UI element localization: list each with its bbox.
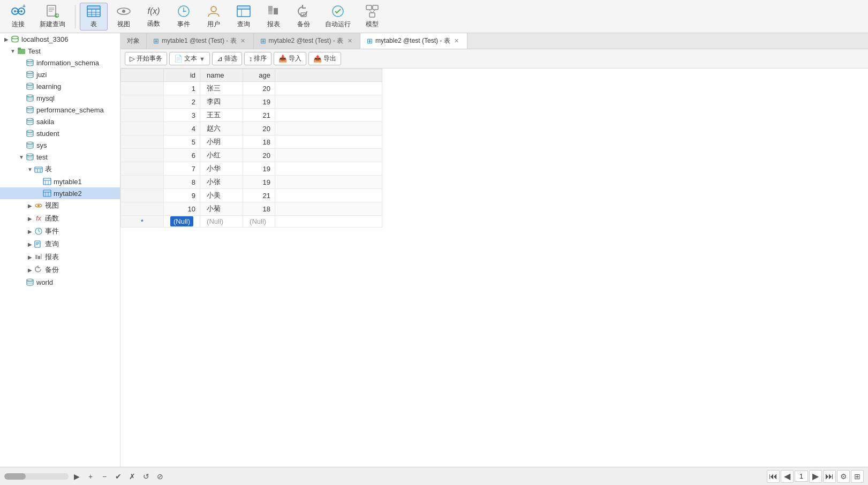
stop-btn[interactable]: ⊘ [154, 471, 166, 482]
cell-age-5[interactable]: 20 [243, 149, 275, 162]
toolbar-new-query[interactable]: + 新建查询 [34, 3, 71, 31]
next-page-btn[interactable]: ▶ [809, 470, 822, 483]
sidebar-item-backup-folder[interactable]: ▶ 备份 [0, 263, 120, 276]
toggle-test-group[interactable]: ▼ [9, 47, 17, 55]
sort-btn[interactable]: ↕ 排序 [244, 52, 272, 65]
remove-row-btn[interactable]: − [99, 471, 110, 482]
col-header-age[interactable]: age [243, 69, 275, 82]
table-row[interactable]: 4 赵六 20 [121, 122, 382, 135]
page-number[interactable]: 1 [795, 471, 808, 482]
grid-view-btn[interactable]: ⊞ [851, 470, 864, 483]
sidebar-item-mytable1[interactable]: ▶ mytable1 [0, 176, 120, 187]
last-page-btn[interactable]: ⏭ [823, 470, 836, 483]
first-page-btn[interactable]: ⏮ [767, 470, 780, 483]
sidebar-item-tables-folder[interactable]: ▼ 表 [0, 163, 120, 176]
cell-age-3[interactable]: 20 [243, 122, 275, 135]
sidebar-item-mytable2[interactable]: ▶ mytable2 [0, 187, 120, 199]
table-row[interactable]: 2 李四 19 [121, 95, 382, 109]
toolbar-view[interactable]: 视图 [110, 3, 138, 31]
sidebar-item-mysql[interactable]: ▶ mysql [0, 92, 120, 104]
table-row[interactable]: 9 小美 21 [121, 189, 382, 202]
tab-mytable2-active-close[interactable]: ✕ [453, 37, 461, 45]
tab-mytable2-inactive-close[interactable]: ✕ [346, 37, 353, 45]
cell-id-5[interactable]: 6 [164, 149, 200, 162]
filter-btn[interactable]: ⊿ 筛选 [212, 52, 242, 65]
toggle-queries[interactable]: ▶ [26, 240, 34, 248]
cell-id-9[interactable]: 10 [164, 202, 200, 216]
import-btn[interactable]: 📥 导入 [274, 52, 306, 65]
cell-age-8[interactable]: 21 [243, 189, 275, 202]
toggle-views[interactable]: ▶ [26, 201, 34, 210]
col-header-name[interactable]: name [200, 69, 243, 82]
cell-id-4[interactable]: 5 [164, 135, 200, 149]
sidebar-item-sakila[interactable]: ▶ sakila [0, 116, 120, 127]
table-row[interactable]: 7 小华 19 [121, 162, 382, 176]
sidebar-item-funcs-folder[interactable]: ▶ fx 函数 [0, 212, 120, 225]
toolbar-query[interactable]: 查询 [230, 3, 258, 31]
table-row[interactable]: 3 王五 21 [121, 109, 382, 122]
toggle-localhost[interactable]: ▶ [2, 35, 11, 43]
sidebar-item-test-group[interactable]: ▼ Test [0, 45, 120, 57]
toolbar-model[interactable]: 模型 [358, 3, 386, 31]
table-row[interactable]: 8 小张 19 [121, 176, 382, 189]
cell-age-1[interactable]: 19 [243, 95, 275, 109]
table-row[interactable]: 10 小菊 18 [121, 202, 382, 216]
cell-id-2[interactable]: 3 [164, 109, 200, 122]
sidebar-item-localhost[interactable]: ▶ localhost_3306 [0, 33, 120, 45]
cell-id-0[interactable]: 1 [164, 82, 200, 95]
sidebar-item-performance-schema[interactable]: ▶ performance_schema [0, 104, 120, 116]
begin-transaction-btn[interactable]: ▷ 开始事务 [125, 52, 167, 65]
cell-name-3[interactable]: 赵六 [200, 122, 243, 135]
settings-btn[interactable]: ⚙ [837, 470, 850, 483]
new-row-age[interactable]: (Null) [243, 216, 275, 228]
sidebar-item-events-folder[interactable]: ▶ 事件 [0, 225, 120, 238]
new-row-name[interactable]: (Null) [200, 216, 243, 228]
toolbar-function[interactable]: f(x) 函数 [140, 3, 168, 31]
toolbar-event[interactable]: 事件 [170, 3, 198, 31]
cell-id-7[interactable]: 8 [164, 176, 200, 189]
tab-objects[interactable]: 对象 [120, 33, 147, 49]
cell-id-1[interactable]: 2 [164, 95, 200, 109]
toolbar-autorun[interactable]: 自动运行 [320, 3, 356, 31]
cell-name-0[interactable]: 张三 [200, 82, 243, 95]
toolbar-user[interactable]: 用户 [200, 3, 228, 31]
toggle-reports[interactable]: ▶ [26, 253, 34, 261]
cell-name-7[interactable]: 小张 [200, 176, 243, 189]
text-btn[interactable]: 📄 文本 ▼ [169, 52, 210, 65]
cell-name-8[interactable]: 小美 [200, 189, 243, 202]
cell-id-3[interactable]: 4 [164, 122, 200, 135]
table-row[interactable]: 5 小明 18 [121, 135, 382, 149]
toolbar-report[interactable]: 报表 [260, 3, 288, 31]
table-new-row[interactable]: * (Null) (Null) (Null) [121, 216, 382, 228]
sidebar-item-information-schema[interactable]: ▶ information_schema [0, 57, 120, 69]
cell-name-4[interactable]: 小明 [200, 135, 243, 149]
cell-name-6[interactable]: 小华 [200, 162, 243, 176]
add-row-btn[interactable]: + [85, 471, 96, 482]
cell-name-2[interactable]: 王五 [200, 109, 243, 122]
cell-id-6[interactable]: 7 [164, 162, 200, 176]
tab-mytable1-close[interactable]: ✕ [239, 37, 247, 45]
sidebar-item-reports-folder[interactable]: ▶ 报表 [0, 251, 120, 263]
sidebar-item-queries-folder[interactable]: ▶ 查询 [0, 238, 120, 251]
toolbar-connect[interactable]: + 连接 [4, 3, 32, 31]
toggle-events[interactable]: ▶ [26, 227, 34, 236]
toolbar-table[interactable]: 表 [80, 3, 108, 31]
toggle-funcs[interactable]: ▶ [26, 214, 34, 223]
table-row[interactable]: 1 张三 20 [121, 82, 382, 95]
cell-name-5[interactable]: 小红 [200, 149, 243, 162]
cell-age-9[interactable]: 18 [243, 202, 275, 216]
scroll-right-btn[interactable]: ▶ [71, 471, 82, 482]
cell-name-9[interactable]: 小菊 [200, 202, 243, 216]
toggle-tables[interactable]: ▼ [26, 165, 34, 173]
tab-mytable2-active[interactable]: ⊞ mytable2 @test (Test) - 表 ✕ [360, 33, 467, 49]
cancel-btn[interactable]: ✗ [126, 471, 138, 482]
table-row[interactable]: 6 小红 20 [121, 149, 382, 162]
cell-age-0[interactable]: 20 [243, 82, 275, 95]
export-btn[interactable]: 📤 导出 [308, 52, 341, 65]
scroll-bar[interactable] [4, 473, 69, 480]
prev-page-btn[interactable]: ◀ [781, 470, 794, 483]
cell-age-4[interactable]: 18 [243, 135, 275, 149]
sidebar-item-test[interactable]: ▼ test [0, 151, 120, 163]
confirm-btn[interactable]: ✔ [112, 471, 124, 482]
toggle-backup[interactable]: ▶ [26, 266, 34, 274]
